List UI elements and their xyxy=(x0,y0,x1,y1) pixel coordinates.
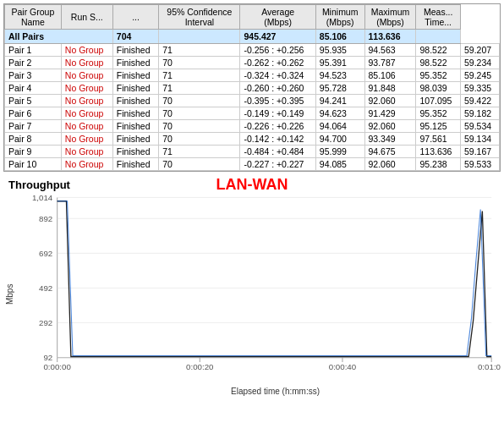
pair-meas: 59.134 xyxy=(460,133,499,146)
col-minimum: Minimum(Mbps) xyxy=(315,5,364,30)
svg-text:492: 492 xyxy=(39,283,52,293)
table-row[interactable]: Pair 9 No Group Finished 71 -0.484 : +0.… xyxy=(5,146,500,158)
chart-section: Throughput LAN-WAN Mbps 1,014 892 xyxy=(3,175,501,396)
table-row[interactable]: Pair 3 No Group Finished 71 -0.324 : +0.… xyxy=(5,69,500,82)
table-header-row: Pair GroupName Run S... ... 95% Confiden… xyxy=(5,5,500,30)
table-row[interactable]: Pair 4 No Group Finished 71 -0.260 : +0.… xyxy=(5,82,500,95)
svg-text:0:00:00: 0:00:00 xyxy=(43,362,71,371)
pair-run: 71 xyxy=(159,69,240,82)
pair-meas: 59.335 xyxy=(460,82,499,95)
table-row[interactable]: Pair 6 No Group Finished 70 -0.149 : +0.… xyxy=(5,107,500,120)
pair-max: 95.352 xyxy=(416,69,461,82)
pair-run: 70 xyxy=(159,95,240,107)
pair-group: No Group xyxy=(61,57,112,69)
pair-avg: 94.523 xyxy=(315,69,364,82)
pair-ci: -0.227 : +0.227 xyxy=(240,158,315,171)
col-pair-group: Pair GroupName xyxy=(5,5,62,30)
pair-ci: -0.260 : +0.260 xyxy=(240,82,315,95)
pair-status: Finished xyxy=(112,95,158,107)
pair-status: Finished xyxy=(112,120,158,133)
throughput-title: Throughput xyxy=(8,179,70,191)
chart-inner: 1,014 892 692 492 292 92 0:00 xyxy=(16,193,501,396)
all-pairs-meas xyxy=(416,30,461,44)
pair-run: 70 xyxy=(159,158,240,171)
pair-max: 95.125 xyxy=(416,120,461,133)
pair-ci: -0.149 : +0.149 xyxy=(240,107,315,120)
lan-wan-title: LAN-WAN xyxy=(216,176,288,194)
pair-min: 93.787 xyxy=(364,57,416,69)
pair-meas: 59.245 xyxy=(460,69,499,82)
y-axis-label: Mbps xyxy=(3,193,16,396)
pair-avg: 95.935 xyxy=(315,44,364,57)
pair-meas: 59.207 xyxy=(460,44,499,57)
pair-ci: -0.226 : +0.226 xyxy=(240,120,315,133)
svg-text:892: 892 xyxy=(39,214,52,223)
svg-text:292: 292 xyxy=(39,318,52,327)
table-row[interactable]: Pair 7 No Group Finished 70 -0.226 : +0.… xyxy=(5,120,500,133)
table-row[interactable]: Pair 8 No Group Finished 70 -0.142 : +0.… xyxy=(5,133,500,146)
pair-status: Finished xyxy=(112,57,158,69)
pair-min: 94.563 xyxy=(364,44,416,57)
chart-svg: 1,014 892 692 492 292 92 0:00 xyxy=(16,193,501,385)
pair-min: 91.848 xyxy=(364,82,416,95)
table-row[interactable]: Pair 2 No Group Finished 70 -0.262 : +0.… xyxy=(5,57,500,69)
pair-min: 85.106 xyxy=(364,69,416,82)
svg-text:0:01:00: 0:01:00 xyxy=(478,362,501,371)
pair-min: 91.429 xyxy=(364,107,416,120)
table-row[interactable]: Pair 10 No Group Finished 70 -0.227 : +0… xyxy=(5,158,500,171)
col-average: Average(Mbps) xyxy=(240,5,315,30)
pair-run: 71 xyxy=(159,146,240,158)
svg-text:92: 92 xyxy=(43,353,52,362)
all-pairs-max: 113.636 xyxy=(364,30,416,44)
pair-run: 70 xyxy=(159,133,240,146)
pair-meas: 59.234 xyxy=(460,57,499,69)
pair-group: No Group xyxy=(61,158,112,171)
pair-avg: 95.728 xyxy=(315,82,364,95)
pair-min: 92.060 xyxy=(364,158,416,171)
chart-container: Mbps 1,014 892 692 xyxy=(3,193,501,396)
pair-group: No Group xyxy=(61,82,112,95)
pair-max: 98.522 xyxy=(416,44,461,57)
pair-avg: 94.085 xyxy=(315,158,364,171)
pair-avg: 94.064 xyxy=(315,120,364,133)
col-confidence: 95% ConfidenceInterval xyxy=(159,5,240,30)
pair-max: 98.522 xyxy=(416,57,461,69)
col-meas-time: Meas...Time... xyxy=(416,5,461,30)
all-pairs-ci xyxy=(159,30,240,44)
pair-name: Pair 2 xyxy=(5,57,62,69)
data-table[interactable]: Pair GroupName Run S... ... 95% Confiden… xyxy=(3,3,501,172)
all-pairs-label: All Pairs xyxy=(5,30,113,44)
pair-avg: 95.391 xyxy=(315,57,364,69)
pair-min: 92.060 xyxy=(364,120,416,133)
pair-max: 113.636 xyxy=(416,146,461,158)
pair-avg: 94.241 xyxy=(315,95,364,107)
pair-status: Finished xyxy=(112,44,158,57)
pair-min: 92.060 xyxy=(364,95,416,107)
pair-name: Pair 9 xyxy=(5,146,62,158)
table-row[interactable]: Pair 5 No Group Finished 70 -0.395 : +0.… xyxy=(5,95,500,107)
pair-name: Pair 1 xyxy=(5,44,62,57)
pair-max: 95.352 xyxy=(416,107,461,120)
pair-name: Pair 8 xyxy=(5,133,62,146)
pair-ci: -0.324 : +0.324 xyxy=(240,69,315,82)
all-pairs-run: 704 xyxy=(112,30,158,44)
pair-ci: -0.142 : +0.142 xyxy=(240,133,315,146)
pair-run: 70 xyxy=(159,107,240,120)
pair-group: No Group xyxy=(61,133,112,146)
pair-avg: 94.700 xyxy=(315,133,364,146)
pair-name: Pair 6 xyxy=(5,107,62,120)
pair-avg: 95.999 xyxy=(315,146,364,158)
pair-ci: -0.395 : +0.395 xyxy=(240,95,315,107)
pair-status: Finished xyxy=(112,146,158,158)
table-row[interactable]: Pair 1 No Group Finished 71 -0.256 : +0.… xyxy=(5,44,500,57)
svg-text:0:00:20: 0:00:20 xyxy=(186,362,214,371)
pair-avg: 94.623 xyxy=(315,107,364,120)
pair-group: No Group xyxy=(61,107,112,120)
pair-status: Finished xyxy=(112,158,158,171)
pair-status: Finished xyxy=(112,107,158,120)
pair-meas: 59.533 xyxy=(460,158,499,171)
all-pairs-avg: 945.427 xyxy=(240,30,315,44)
pair-meas: 59.422 xyxy=(460,95,499,107)
pair-max: 107.095 xyxy=(416,95,461,107)
svg-text:0:00:40: 0:00:40 xyxy=(329,362,357,371)
